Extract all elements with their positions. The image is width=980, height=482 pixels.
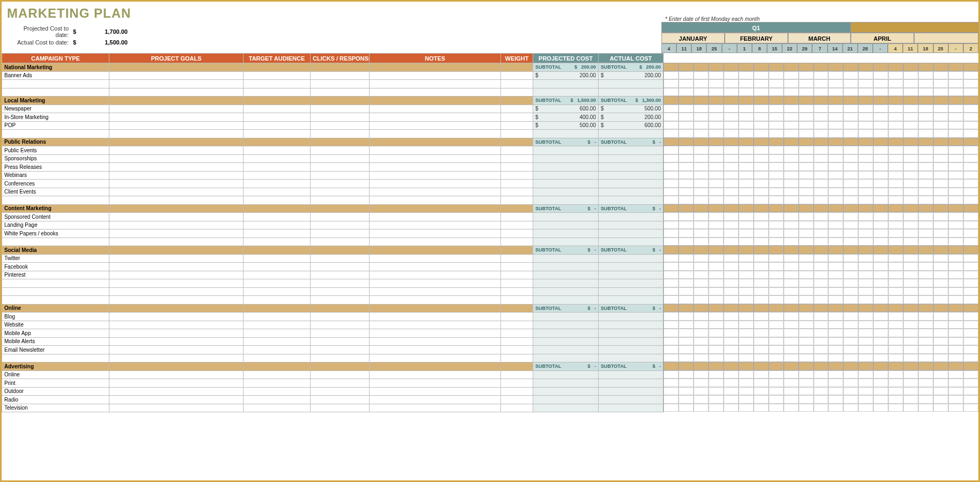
grid-cell[interactable] [769,279,784,287]
grid-cell[interactable] [694,279,709,287]
grid-cell[interactable] [694,329,709,337]
grid-cell[interactable] [814,146,829,154]
grid-cell[interactable] [754,362,769,370]
grid-cell[interactable] [858,221,873,229]
cell[interactable] [370,71,501,80]
grid-cell[interactable] [769,238,784,246]
item-name[interactable]: Email Newsletter [2,346,109,354]
grid-cell[interactable] [664,379,679,387]
data-row[interactable]: Newspaper$600.00$500.00 [2,105,664,113]
grid-cell[interactable] [948,171,963,180]
cell[interactable] [109,271,244,279]
grid-cell[interactable] [784,395,799,404]
data-row[interactable]: Mobile App [2,329,664,338]
cost-cell[interactable] [599,404,664,412]
grid-cell[interactable] [933,321,948,329]
item-name[interactable]: Television [2,404,109,412]
grid-cell[interactable] [739,229,754,238]
grid-cell[interactable] [679,221,694,229]
cell[interactable] [370,271,501,279]
grid-cell[interactable] [664,179,679,188]
grid-cell[interactable] [843,154,858,163]
cost-cell[interactable] [599,271,664,279]
grid-cell[interactable] [784,329,799,337]
cell[interactable] [244,404,311,412]
grid-cell[interactable] [858,370,873,379]
grid-cell[interactable] [664,171,679,180]
grid-cell[interactable] [814,154,829,163]
grid-cell[interactable] [724,71,739,80]
grid-cell[interactable] [709,304,724,313]
grid-cell[interactable] [664,162,679,171]
grid-cell[interactable] [784,362,799,370]
cost-cell[interactable] [599,229,664,238]
grid-cell[interactable] [769,287,784,296]
grid-cell[interactable] [948,196,963,204]
cal-day[interactable]: 4 [888,43,903,53]
grid-cell[interactable] [918,404,933,412]
grid-cell[interactable] [888,129,903,138]
grid-cell[interactable] [903,129,918,138]
grid-cell[interactable] [754,262,769,271]
grid-cell[interactable] [843,146,858,154]
grid-cell[interactable] [799,196,814,204]
grid-cell[interactable] [664,196,679,204]
grid-cell[interactable] [784,196,799,204]
cell[interactable] [501,121,533,130]
grid-cell[interactable] [828,379,843,387]
grid-cell[interactable] [963,179,978,188]
grid-cell[interactable] [814,121,829,130]
grid-cell[interactable] [769,146,784,154]
grid-cell[interactable] [873,129,888,138]
grid-cell[interactable] [679,146,694,154]
grid-cell[interactable] [799,154,814,163]
grid-cell[interactable] [679,229,694,238]
grid-cell[interactable] [709,221,724,229]
grid-cell[interactable] [709,154,724,163]
grid-cell[interactable] [873,254,888,263]
grid-cell[interactable] [948,279,963,287]
grid-cell[interactable] [679,271,694,279]
cell[interactable] [501,146,533,155]
data-row[interactable]: In-Store Marketing$400.00$200.00 [2,113,664,122]
grid-cell[interactable] [843,171,858,180]
grid-cell[interactable] [858,254,873,263]
grid-cell[interactable] [724,238,739,246]
grid-cell[interactable] [903,162,918,171]
grid-cell[interactable] [963,129,978,138]
grid-row[interactable] [664,246,978,254]
grid-cell[interactable] [679,105,694,113]
grid-cell[interactable] [888,262,903,271]
cell[interactable] [501,337,533,346]
grid-cell[interactable] [694,246,709,254]
cell[interactable] [501,180,533,188]
cell[interactable] [501,271,533,279]
grid-cell[interactable] [739,387,754,396]
cell[interactable] [244,213,311,221]
grid-cell[interactable] [724,88,739,97]
grid-cell[interactable] [948,129,963,138]
grid-cell[interactable] [858,129,873,138]
grid-cell[interactable] [664,362,679,370]
cell[interactable] [370,346,501,354]
grid-cell[interactable] [933,212,948,221]
cell[interactable] [370,337,501,346]
grid-cell[interactable] [948,395,963,404]
data-row[interactable]: Landing Page [2,221,664,229]
grid-cell[interactable] [903,88,918,97]
cal-day[interactable]: 22 [782,43,797,53]
grid-cell[interactable] [799,395,814,404]
grid-cell[interactable] [933,96,948,105]
grid-cell[interactable] [739,88,754,97]
grid-cell[interactable] [694,404,709,412]
grid-cell[interactable] [858,154,873,163]
grid-cell[interactable] [948,254,963,263]
grid-cell[interactable] [799,321,814,329]
cal-day[interactable]: 25 [933,43,948,53]
grid-cell[interactable] [754,196,769,204]
data-row[interactable]: Blog [2,313,664,321]
grid-cell[interactable] [918,354,933,362]
grid-cell[interactable] [933,229,948,238]
grid-cell[interactable] [933,105,948,113]
grid-cell[interactable] [724,121,739,130]
